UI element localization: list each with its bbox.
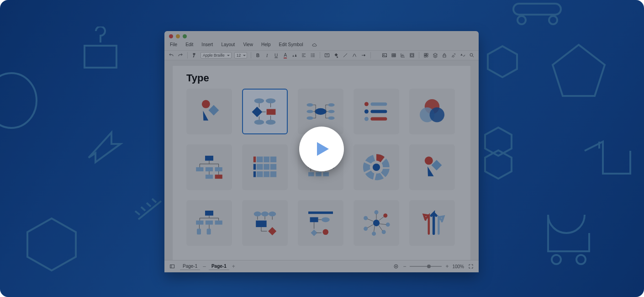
- template-venn[interactable]: [409, 89, 455, 134]
- page-tab-active[interactable]: Page-1: [209, 263, 229, 270]
- svg-marker-29: [198, 111, 208, 121]
- text-box-button[interactable]: [324, 52, 330, 58]
- bold-button[interactable]: B: [255, 52, 261, 58]
- svg-rect-22: [427, 53, 428, 55]
- svg-point-51: [430, 107, 444, 122]
- svg-rect-46: [370, 110, 387, 113]
- line-tool-button[interactable]: [342, 52, 348, 58]
- svg-rect-101: [170, 265, 174, 268]
- cloud-sync-icon[interactable]: [311, 42, 318, 48]
- minimize-window-button[interactable]: [176, 34, 180, 38]
- svg-rect-33: [267, 109, 276, 115]
- svg-point-37: [306, 103, 313, 106]
- deco-rake-icon: [132, 192, 168, 228]
- svg-point-38: [306, 110, 313, 113]
- connector-button[interactable]: [351, 52, 358, 58]
- fill-color-button[interactable]: [333, 52, 339, 58]
- template-basic-shapes[interactable]: [186, 89, 232, 134]
- lock-button[interactable]: [441, 52, 448, 58]
- insert-image-button[interactable]: [381, 52, 388, 58]
- play-video-button[interactable]: [299, 127, 344, 171]
- svg-rect-44: [370, 102, 387, 106]
- svg-rect-23: [424, 56, 426, 58]
- insert-table-button[interactable]: [391, 52, 397, 58]
- svg-point-98: [372, 232, 376, 236]
- deco-hexagon2-icon: [484, 43, 521, 80]
- menu-layout[interactable]: Layout: [221, 42, 235, 48]
- statusbar: Page-1 – Page-1 + − + 100%: [164, 260, 479, 272]
- svg-marker-2: [27, 218, 76, 270]
- template-swimlane[interactable]: [298, 200, 343, 246]
- font-size-select[interactable]: 12: [234, 52, 247, 58]
- menu-edit-symbol[interactable]: Edit Symbol: [279, 42, 303, 48]
- template-radial[interactable]: [354, 144, 399, 190]
- svg-point-35: [266, 120, 276, 125]
- insert-container-button[interactable]: [409, 52, 415, 58]
- template-network[interactable]: [354, 200, 399, 246]
- layers-button[interactable]: [432, 52, 438, 58]
- svg-point-30: [254, 98, 264, 103]
- svg-point-74: [425, 157, 433, 165]
- svg-rect-54: [206, 167, 213, 171]
- arrow-style-button[interactable]: [360, 52, 367, 58]
- menu-insert[interactable]: Insert: [201, 42, 213, 48]
- template-basic-shapes-alt[interactable]: [409, 144, 455, 190]
- template-tree[interactable]: [186, 200, 232, 246]
- page-tab-1[interactable]: Page-1: [180, 263, 200, 270]
- svg-rect-56: [206, 175, 213, 179]
- svg-point-96: [386, 223, 390, 227]
- search-button[interactable]: [469, 52, 475, 58]
- zoom-in-button[interactable]: +: [445, 263, 449, 270]
- svg-rect-82: [207, 229, 211, 235]
- template-process[interactable]: [242, 200, 288, 246]
- template-matrix[interactable]: [242, 144, 288, 190]
- svg-point-43: [364, 102, 369, 106]
- deco-arrow-shape-icon: [84, 126, 125, 167]
- deco-hex-pair-icon: [482, 126, 514, 180]
- template-flowchart[interactable]: [242, 89, 288, 134]
- zoom-out-button[interactable]: −: [403, 263, 406, 270]
- svg-rect-25: [443, 55, 446, 58]
- insert-chart-button[interactable]: [400, 52, 406, 58]
- svg-point-11: [576, 255, 586, 264]
- add-page-button[interactable]: +: [232, 263, 235, 270]
- svg-point-100: [364, 216, 368, 220]
- svg-rect-79: [206, 221, 213, 225]
- template-list[interactable]: [354, 89, 399, 134]
- format-painter-button[interactable]: [191, 52, 198, 58]
- bullet-list-button[interactable]: [310, 52, 316, 58]
- align-button[interactable]: [301, 52, 307, 58]
- svg-point-31: [266, 98, 276, 103]
- redo-button[interactable]: [177, 52, 184, 58]
- deco-funnel-icon: [580, 137, 635, 183]
- underline-button[interactable]: U: [273, 52, 280, 58]
- spellcheck-button[interactable]: [459, 52, 466, 58]
- settings-button[interactable]: [450, 52, 457, 58]
- symbol-library-button[interactable]: [423, 52, 429, 58]
- svg-rect-61: [257, 164, 276, 170]
- zoom-slider[interactable]: [410, 266, 442, 267]
- template-org-chart[interactable]: [186, 144, 232, 190]
- text-size-button[interactable]: [291, 52, 298, 58]
- undo-button[interactable]: [168, 52, 174, 58]
- template-arrows[interactable]: [409, 200, 455, 246]
- remove-page-button[interactable]: –: [203, 263, 206, 270]
- fullscreen-button[interactable]: [468, 263, 474, 270]
- svg-point-92: [323, 229, 329, 235]
- page-panel-icon[interactable]: [169, 263, 175, 270]
- font-color-button[interactable]: A: [282, 52, 289, 58]
- italic-button[interactable]: I: [264, 52, 270, 58]
- fit-page-button[interactable]: [393, 263, 399, 270]
- svg-rect-53: [196, 167, 203, 171]
- font-select[interactable]: Apple Braille: [201, 52, 232, 58]
- menu-help[interactable]: Help: [261, 42, 271, 48]
- svg-point-10: [552, 255, 561, 264]
- svg-marker-76: [422, 166, 434, 176]
- menu-view[interactable]: View: [243, 42, 253, 48]
- close-window-button[interactable]: [169, 34, 173, 38]
- svg-rect-89: [310, 217, 318, 222]
- svg-rect-77: [205, 211, 213, 216]
- menu-edit[interactable]: Edit: [185, 42, 193, 48]
- menu-file[interactable]: File: [170, 42, 177, 48]
- maximize-window-button[interactable]: [183, 34, 187, 38]
